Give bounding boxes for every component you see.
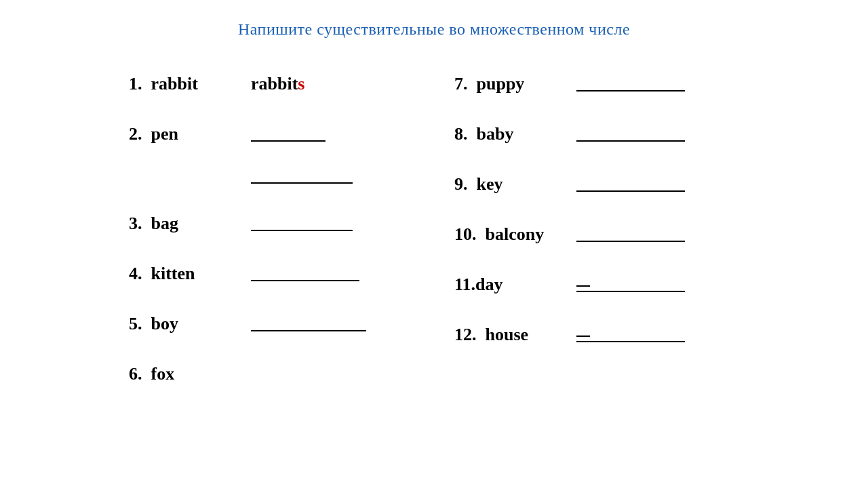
left-column: 1. rabbit rabbits 2. pen xyxy=(129,59,414,399)
answer-area: rabbits xyxy=(251,74,414,94)
list-item: 8. baby xyxy=(454,109,739,144)
word-label: 8. baby xyxy=(454,124,576,144)
page: Напишите существительные во множественно… xyxy=(0,0,868,488)
answer-underline xyxy=(576,190,685,192)
list-item: 2. pen xyxy=(129,109,414,144)
answer-area xyxy=(576,140,739,144)
answer-area xyxy=(576,90,739,94)
answer-underline xyxy=(251,182,353,184)
answer-underline xyxy=(251,330,366,331)
word-label: 5. boy xyxy=(129,314,251,334)
word-label: 11.day xyxy=(454,274,576,295)
list-item: 4. kitten xyxy=(129,249,414,284)
list-item: 6. fox xyxy=(129,349,414,384)
small-underline xyxy=(576,336,590,337)
answer-area xyxy=(251,280,414,284)
answer-underline xyxy=(576,241,685,242)
answer-area xyxy=(251,140,414,144)
answer-area xyxy=(576,241,739,245)
answer-underline xyxy=(251,140,326,142)
word-label: 7. puppy xyxy=(454,74,576,94)
word-label: 4. kitten xyxy=(129,264,251,284)
answer-area xyxy=(251,182,414,186)
small-underline xyxy=(576,285,590,287)
right-column: 7. puppy 8. baby 9. xyxy=(454,59,739,399)
answer-underline xyxy=(251,280,359,281)
answer-underline xyxy=(576,291,685,292)
exercise-grid: 1. rabbit rabbits 2. pen xyxy=(129,59,739,399)
word-label: 2. pen xyxy=(129,124,251,144)
word-label: 9. key xyxy=(454,174,576,195)
word-label: 6. fox xyxy=(129,364,251,384)
list-item: 5. boy xyxy=(129,299,414,334)
list-item: 3. bag xyxy=(129,199,414,234)
answer-area xyxy=(251,330,414,334)
word-label: 12. house xyxy=(454,325,576,345)
answer-underline xyxy=(576,90,685,92)
list-item: 1. rabbit rabbits xyxy=(129,59,414,94)
list-item: 11.day xyxy=(454,260,739,295)
list-item: 9. key xyxy=(454,159,739,195)
answer-underline xyxy=(576,140,685,142)
list-item xyxy=(129,159,414,186)
word-label: 3. bag xyxy=(129,214,251,234)
answer-area xyxy=(251,230,414,234)
list-item: 7. puppy xyxy=(454,59,739,94)
answer-area xyxy=(576,336,739,345)
answer-underline xyxy=(576,341,685,342)
answer-underline xyxy=(251,230,353,231)
word-label: 10. balcony xyxy=(454,224,576,245)
word-label xyxy=(129,166,251,186)
answer-area xyxy=(576,285,739,295)
answer-area xyxy=(576,190,739,195)
list-item: 12. house xyxy=(454,310,739,345)
word-label: 1. rabbit xyxy=(129,74,251,94)
page-title: Напишите существительные во множественно… xyxy=(238,20,630,39)
list-item: 10. balcony xyxy=(454,209,739,245)
